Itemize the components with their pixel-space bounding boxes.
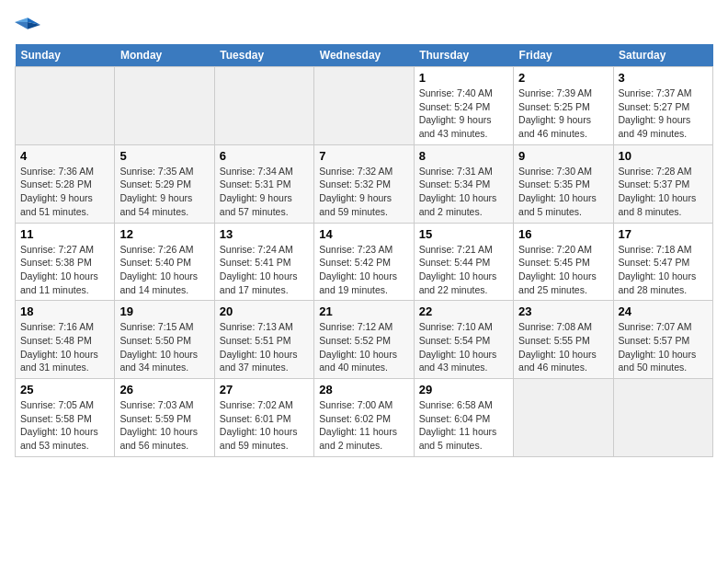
day-number: 18	[20, 304, 109, 318]
calendar-cell: 6Sunrise: 7:34 AMSunset: 5:31 PMDaylight…	[214, 144, 313, 223]
day-info: Sunrise: 7:13 AMSunset: 5:51 PMDaylight:…	[220, 320, 309, 374]
day-number: 22	[419, 304, 508, 318]
day-number: 28	[319, 383, 408, 396]
day-number: 7	[319, 149, 408, 163]
calendar-header-tuesday: Tuesday	[214, 44, 313, 67]
day-number: 3	[619, 71, 708, 85]
calendar-header-monday: Monday	[115, 44, 214, 67]
day-info: Sunrise: 7:12 AMSunset: 5:52 PMDaylight:…	[319, 320, 408, 374]
day-info: Sunrise: 7:28 AMSunset: 5:37 PMDaylight:…	[619, 165, 708, 219]
calendar-cell: 10Sunrise: 7:28 AMSunset: 5:37 PMDayligh…	[613, 144, 712, 223]
calendar-cell	[214, 67, 313, 145]
day-info: Sunrise: 7:27 AMSunset: 5:38 PMDaylight:…	[20, 243, 109, 297]
calendar-cell	[514, 379, 613, 457]
day-info: Sunrise: 7:23 AMSunset: 5:42 PMDaylight:…	[319, 243, 408, 297]
day-info: Sunrise: 7:02 AMSunset: 6:01 PMDaylight:…	[220, 398, 309, 453]
calendar-cell: 12Sunrise: 7:26 AMSunset: 5:40 PMDayligh…	[115, 223, 214, 301]
day-info: Sunrise: 7:18 AMSunset: 5:47 PMDaylight:…	[619, 243, 708, 297]
day-number: 25	[20, 383, 109, 396]
day-info: Sunrise: 7:24 AMSunset: 5:41 PMDaylight:…	[220, 243, 309, 297]
day-number: 17	[619, 227, 708, 241]
day-number: 5	[119, 149, 209, 163]
calendar-week-5: 25Sunrise: 7:05 AMSunset: 5:58 PMDayligh…	[16, 379, 713, 457]
calendar-cell: 5Sunrise: 7:35 AMSunset: 5:29 PMDaylight…	[115, 144, 214, 223]
calendar-cell: 16Sunrise: 7:20 AMSunset: 5:45 PMDayligh…	[514, 223, 613, 301]
day-info: Sunrise: 7:07 AMSunset: 5:57 PMDaylight:…	[619, 320, 708, 374]
calendar-cell: 26Sunrise: 7:03 AMSunset: 5:59 PMDayligh…	[115, 379, 214, 457]
calendar-cell: 4Sunrise: 7:36 AMSunset: 5:28 PMDaylight…	[16, 144, 115, 223]
day-info: Sunrise: 7:36 AMSunset: 5:28 PMDaylight:…	[20, 165, 109, 219]
page-header	[15, 15, 713, 35]
day-number: 15	[419, 227, 508, 241]
calendar-cell: 27Sunrise: 7:02 AMSunset: 6:01 PMDayligh…	[214, 379, 313, 457]
calendar-week-3: 11Sunrise: 7:27 AMSunset: 5:38 PMDayligh…	[16, 223, 713, 301]
day-info: Sunrise: 7:40 AMSunset: 5:24 PMDaylight:…	[419, 86, 508, 141]
calendar-cell	[16, 67, 115, 145]
day-number: 26	[119, 383, 209, 396]
calendar-cell: 9Sunrise: 7:30 AMSunset: 5:35 PMDaylight…	[514, 144, 613, 223]
day-number: 29	[419, 383, 508, 396]
day-info: Sunrise: 7:20 AMSunset: 5:45 PMDaylight:…	[518, 243, 608, 297]
calendar-cell: 8Sunrise: 7:31 AMSunset: 5:34 PMDaylight…	[414, 144, 513, 223]
calendar-cell: 3Sunrise: 7:37 AMSunset: 5:27 PMDaylight…	[613, 67, 712, 145]
day-info: Sunrise: 7:26 AMSunset: 5:40 PMDaylight:…	[119, 243, 209, 297]
calendar-cell: 22Sunrise: 7:10 AMSunset: 5:54 PMDayligh…	[414, 301, 513, 379]
calendar-cell: 7Sunrise: 7:32 AMSunset: 5:32 PMDaylight…	[314, 144, 414, 223]
day-number: 13	[220, 227, 309, 241]
day-info: Sunrise: 7:08 AMSunset: 5:55 PMDaylight:…	[518, 320, 608, 374]
day-number: 23	[518, 304, 608, 318]
day-number: 24	[619, 304, 708, 318]
calendar-cell: 11Sunrise: 7:27 AMSunset: 5:38 PMDayligh…	[16, 223, 115, 301]
calendar-cell: 1Sunrise: 7:40 AMSunset: 5:24 PMDaylight…	[414, 67, 513, 145]
calendar-cell: 28Sunrise: 7:00 AMSunset: 6:02 PMDayligh…	[314, 379, 414, 457]
day-info: Sunrise: 7:31 AMSunset: 5:34 PMDaylight:…	[419, 165, 508, 219]
calendar-week-1: 1Sunrise: 7:40 AMSunset: 5:24 PMDaylight…	[16, 67, 713, 145]
calendar-header-saturday: Saturday	[613, 44, 712, 67]
calendar-cell: 13Sunrise: 7:24 AMSunset: 5:41 PMDayligh…	[214, 223, 313, 301]
svg-marker-1	[15, 17, 28, 22]
day-number: 20	[220, 304, 309, 318]
calendar-header-thursday: Thursday	[414, 44, 513, 67]
day-info: Sunrise: 7:15 AMSunset: 5:50 PMDaylight:…	[119, 320, 209, 374]
day-info: Sunrise: 7:16 AMSunset: 5:48 PMDaylight:…	[20, 320, 109, 374]
day-number: 2	[518, 71, 608, 85]
day-number: 11	[20, 227, 109, 241]
calendar-week-2: 4Sunrise: 7:36 AMSunset: 5:28 PMDaylight…	[16, 144, 713, 223]
calendar-cell: 29Sunrise: 6:58 AMSunset: 6:04 PMDayligh…	[414, 379, 513, 457]
day-info: Sunrise: 7:37 AMSunset: 5:27 PMDaylight:…	[619, 86, 708, 141]
calendar-header-friday: Friday	[514, 44, 613, 67]
calendar-cell	[613, 379, 712, 457]
day-number: 16	[518, 227, 608, 241]
day-info: Sunrise: 7:35 AMSunset: 5:29 PMDaylight:…	[119, 165, 209, 219]
day-info: Sunrise: 7:34 AMSunset: 5:31 PMDaylight:…	[220, 165, 309, 219]
calendar-header-wednesday: Wednesday	[314, 44, 414, 67]
day-info: Sunrise: 6:58 AMSunset: 6:04 PMDaylight:…	[419, 398, 508, 453]
calendar-cell: 21Sunrise: 7:12 AMSunset: 5:52 PMDayligh…	[314, 301, 414, 379]
day-number: 27	[220, 383, 309, 396]
calendar-cell: 19Sunrise: 7:15 AMSunset: 5:50 PMDayligh…	[115, 301, 214, 379]
calendar-cell: 23Sunrise: 7:08 AMSunset: 5:55 PMDayligh…	[514, 301, 613, 379]
calendar-header-row: SundayMondayTuesdayWednesdayThursdayFrid…	[16, 44, 713, 67]
calendar-cell	[115, 67, 214, 145]
logo-icon	[15, 15, 40, 35]
calendar-table: SundayMondayTuesdayWednesdayThursdayFrid…	[15, 44, 713, 457]
day-info: Sunrise: 7:00 AMSunset: 6:02 PMDaylight:…	[319, 398, 408, 453]
svg-marker-3	[15, 22, 28, 29]
day-info: Sunrise: 7:05 AMSunset: 5:58 PMDaylight:…	[20, 398, 109, 453]
day-number: 4	[20, 149, 109, 163]
calendar-cell: 2Sunrise: 7:39 AMSunset: 5:25 PMDaylight…	[514, 67, 613, 145]
calendar-week-4: 18Sunrise: 7:16 AMSunset: 5:48 PMDayligh…	[16, 301, 713, 379]
day-info: Sunrise: 7:10 AMSunset: 5:54 PMDaylight:…	[419, 320, 508, 374]
day-number: 1	[419, 71, 508, 85]
day-info: Sunrise: 7:21 AMSunset: 5:44 PMDaylight:…	[419, 243, 508, 297]
calendar-cell	[314, 67, 414, 145]
calendar-cell: 25Sunrise: 7:05 AMSunset: 5:58 PMDayligh…	[16, 379, 115, 457]
calendar-cell: 20Sunrise: 7:13 AMSunset: 5:51 PMDayligh…	[214, 301, 313, 379]
day-number: 14	[319, 227, 408, 241]
calendar-cell: 15Sunrise: 7:21 AMSunset: 5:44 PMDayligh…	[414, 223, 513, 301]
day-number: 19	[119, 304, 209, 318]
day-info: Sunrise: 7:39 AMSunset: 5:25 PMDaylight:…	[518, 86, 608, 141]
day-number: 9	[518, 149, 608, 163]
calendar-cell: 24Sunrise: 7:07 AMSunset: 5:57 PMDayligh…	[613, 301, 712, 379]
logo	[15, 15, 44, 35]
